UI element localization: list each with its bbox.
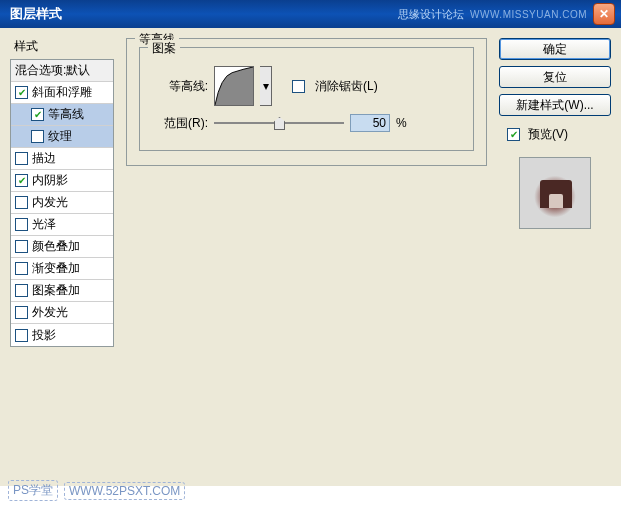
style-item-11[interactable]: 外发光 [11, 302, 113, 324]
slider-thumb[interactable] [274, 117, 285, 130]
styles-list: 混合选项:默认斜面和浮雕等高线纹理描边内阴影内发光光泽颜色叠加渐变叠加图案叠加外… [10, 59, 114, 347]
contour-dropdown-arrow[interactable]: ▾ [260, 66, 272, 106]
style-checkbox[interactable] [15, 218, 28, 231]
style-checkbox[interactable] [15, 152, 28, 165]
preview-shape [540, 180, 572, 208]
contour-label: 等高线: [152, 78, 208, 95]
style-item-label: 内发光 [32, 194, 68, 211]
style-item-label: 颜色叠加 [32, 238, 80, 255]
contour-curve-icon [215, 67, 253, 105]
antialias-label: 消除锯齿(L) [315, 78, 378, 95]
styles-heading: 样式 [10, 38, 114, 55]
style-checkbox[interactable] [15, 329, 28, 342]
style-checkbox[interactable] [31, 130, 44, 143]
style-item-7[interactable]: 光泽 [11, 214, 113, 236]
dialog-body: 样式 混合选项:默认斜面和浮雕等高线纹理描边内阴影内发光光泽颜色叠加渐变叠加图案… [0, 28, 621, 486]
style-item-10[interactable]: 图案叠加 [11, 280, 113, 302]
style-item-label: 图案叠加 [32, 282, 80, 299]
style-checkbox[interactable] [15, 284, 28, 297]
watermark-b: WWW.52PSXT.COM [64, 482, 185, 500]
range-input[interactable] [350, 114, 390, 132]
titlebar: 图层样式 思缘设计论坛 WWW.MISSYUAN.COM ✕ [0, 0, 621, 28]
style-item-3[interactable]: 纹理 [11, 126, 113, 148]
style-item-2[interactable]: 等高线 [11, 104, 113, 126]
style-checkbox[interactable] [15, 196, 28, 209]
contour-row: 等高线: ▾ 消除锯齿(L) [152, 66, 461, 106]
reset-button[interactable]: 复位 [499, 66, 611, 88]
style-item-label: 光泽 [32, 216, 56, 233]
chevron-down-icon: ▾ [263, 79, 269, 93]
style-item-label: 混合选项:默认 [15, 62, 90, 79]
style-item-label: 外发光 [32, 304, 68, 321]
style-checkbox[interactable] [15, 306, 28, 319]
ok-button[interactable]: 确定 [499, 38, 611, 60]
style-item-5[interactable]: 内阴影 [11, 170, 113, 192]
style-item-12[interactable]: 投影 [11, 324, 113, 346]
style-checkbox[interactable] [15, 240, 28, 253]
styles-column: 样式 混合选项:默认斜面和浮雕等高线纹理描边内阴影内发光光泽颜色叠加渐变叠加图案… [10, 38, 114, 476]
window-title: 图层样式 [10, 5, 398, 23]
style-item-label: 描边 [32, 150, 56, 167]
watermark: PS学堂 WWW.52PSXT.COM [8, 480, 185, 501]
preview-label: 预览(V) [528, 126, 568, 143]
preview-checkbox[interactable] [507, 128, 520, 141]
style-item-6[interactable]: 内发光 [11, 192, 113, 214]
style-checkbox[interactable] [15, 174, 28, 187]
watermark-a: PS学堂 [8, 480, 58, 501]
style-item-label: 等高线 [48, 106, 84, 123]
style-item-8[interactable]: 颜色叠加 [11, 236, 113, 258]
new-style-button[interactable]: 新建样式(W)... [499, 94, 611, 116]
range-slider[interactable] [214, 114, 344, 132]
style-checkbox[interactable] [15, 262, 28, 275]
contour-picker[interactable] [214, 66, 254, 106]
style-item-label: 纹理 [48, 128, 72, 145]
settings-column: 等高线 图案 等高线: ▾ 消除锯齿(L) [126, 38, 487, 476]
range-unit: % [396, 116, 407, 130]
range-label: 范围(R): [152, 115, 208, 132]
style-item-4[interactable]: 描边 [11, 148, 113, 170]
contour-fieldset: 等高线 图案 等高线: ▾ 消除锯齿(L) [126, 38, 487, 166]
style-item-9[interactable]: 渐变叠加 [11, 258, 113, 280]
style-item-label: 斜面和浮雕 [32, 84, 92, 101]
pattern-fieldset: 图案 等高线: ▾ 消除锯齿(L) [139, 47, 474, 151]
close-button[interactable]: ✕ [593, 3, 615, 25]
buttons-column: 确定 复位 新建样式(W)... 预览(V) [499, 38, 611, 476]
style-item-1[interactable]: 斜面和浮雕 [11, 82, 113, 104]
style-item-0[interactable]: 混合选项:默认 [11, 60, 113, 82]
preview-row: 预览(V) [499, 126, 568, 143]
pattern-legend: 图案 [148, 40, 180, 57]
style-item-label: 渐变叠加 [32, 260, 80, 277]
style-item-label: 内阴影 [32, 172, 68, 189]
brand-url: WWW.MISSYUAN.COM [470, 9, 587, 20]
range-row: 范围(R): % [152, 114, 461, 132]
antialias-checkbox[interactable] [292, 80, 305, 93]
close-icon: ✕ [599, 7, 609, 21]
style-checkbox[interactable] [15, 86, 28, 99]
style-checkbox[interactable] [31, 108, 44, 121]
preview-thumbnail [519, 157, 591, 229]
brand-text: 思缘设计论坛 [398, 7, 464, 22]
style-item-label: 投影 [32, 327, 56, 344]
